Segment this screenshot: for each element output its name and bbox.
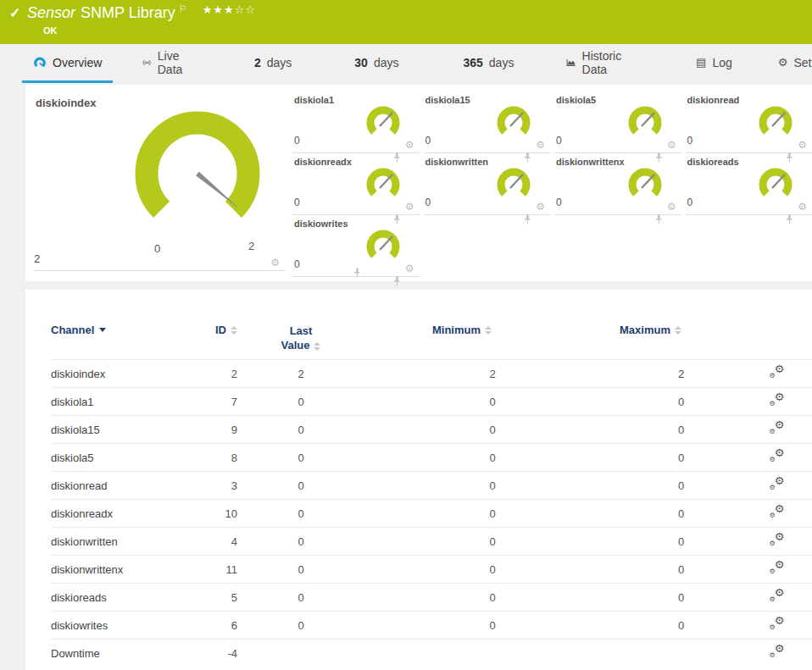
table-row-diskioindex[interactable]: diskioindex 2 2 2 2 ⚙⚙ bbox=[51, 359, 812, 387]
gauge-value: 0 bbox=[556, 197, 562, 208]
cell-actions: ⚙⚙ bbox=[742, 449, 812, 466]
pin-icon[interactable] bbox=[786, 214, 793, 224]
column-header-maximum[interactable]: Maximum bbox=[559, 324, 742, 336]
small-gauges-grid: diskiola1 0 ⚙ diskiola15 0 ⚙ diskiola5 0 bbox=[292, 91, 812, 277]
gauge-dial bbox=[753, 166, 798, 205]
gauge-tile-diskionreadx[interactable]: diskionreadx 0 ⚙ bbox=[292, 153, 420, 215]
channel-settings-icon[interactable]: ⚙⚙ bbox=[770, 421, 785, 435]
tab-30-days[interactable]: 30 days bbox=[343, 44, 409, 83]
table-row-diskiola1[interactable]: diskiola1 7 0 0 0 ⚙⚙ bbox=[51, 387, 812, 415]
gauge-tile-diskiola1[interactable]: diskiola1 0 ⚙ bbox=[292, 91, 420, 153]
cell-last-value: 0 bbox=[237, 535, 364, 548]
column-header-id[interactable]: ID bbox=[199, 324, 237, 336]
gear-icon[interactable]: ⚙ bbox=[667, 202, 676, 212]
gear-icon[interactable]: ⚙ bbox=[405, 202, 414, 212]
cell-maximum: 2 bbox=[559, 368, 742, 380]
tab-2-days[interactable]: 2 days bbox=[243, 44, 303, 83]
tab-365-days[interactable]: 365 days bbox=[452, 44, 525, 83]
column-header-channel[interactable]: Channel bbox=[51, 324, 199, 336]
tab-log[interactable]: ▤ Log bbox=[685, 44, 743, 83]
gauge-tile-diskioreads[interactable]: diskioreads 0 ⚙ bbox=[686, 153, 812, 215]
tab-label: Historic Data bbox=[582, 49, 627, 76]
cell-id: 3 bbox=[199, 479, 237, 492]
channel-table: Channel ID Last Value Minimum Maximum di… bbox=[25, 290, 812, 667]
gear-icon[interactable]: ⚙ bbox=[667, 140, 676, 150]
cell-minimum: 0 bbox=[364, 451, 559, 464]
gauge-tile-diskionread[interactable]: diskionread 0 ⚙ bbox=[686, 91, 812, 153]
gear-icon[interactable]: ⚙ bbox=[798, 140, 807, 150]
channel-settings-icon[interactable]: ⚙⚙ bbox=[770, 533, 785, 547]
priority-stars[interactable]: ★★★☆☆ bbox=[203, 3, 256, 16]
cell-last-value: 0 bbox=[237, 396, 364, 408]
gauge-value: 0 bbox=[556, 135, 562, 147]
gauge-title: diskionread bbox=[687, 95, 740, 105]
gauge-tile-diskiola5[interactable]: diskiola5 0 ⚙ bbox=[554, 91, 681, 153]
cell-minimum: 0 bbox=[364, 535, 559, 548]
gear-icon[interactable]: ⚙ bbox=[270, 257, 280, 268]
table-row-diskionwrittenx[interactable]: diskionwrittenx 11 0 0 0 ⚙⚙ bbox=[51, 555, 812, 583]
tab-overview[interactable]: Overview bbox=[22, 44, 113, 83]
gauge-tile-diskioindex[interactable]: diskioindex 0 2 2 ⚙ bbox=[34, 91, 285, 271]
tab-settings[interactable]: ⚙ Settings bbox=[767, 44, 812, 83]
channel-settings-icon[interactable]: ⚙⚙ bbox=[770, 645, 785, 659]
cell-maximum: 0 bbox=[559, 451, 742, 464]
gear-icon[interactable]: ⚙ bbox=[536, 202, 545, 212]
channel-settings-icon[interactable]: ⚙⚙ bbox=[770, 617, 785, 631]
gauge-min-label: 0 bbox=[154, 242, 160, 255]
gauge-tile-diskionwritten[interactable]: diskionwritten 0 ⚙ bbox=[424, 153, 551, 215]
tab-label: days bbox=[267, 56, 292, 69]
tab-historic-data[interactable]: Historic Data bbox=[555, 44, 637, 83]
table-row-diskiola5[interactable]: diskiola5 8 0 0 0 ⚙⚙ bbox=[51, 443, 812, 471]
gauge-value: 0 bbox=[687, 197, 693, 208]
gear-icon[interactable]: ⚙ bbox=[536, 140, 545, 150]
table-row-diskionreadx[interactable]: diskionreadx 10 0 0 0 ⚙⚙ bbox=[51, 499, 812, 527]
tab-live-data[interactable]: Live Data bbox=[131, 44, 199, 83]
channel-settings-icon[interactable]: ⚙⚙ bbox=[770, 561, 785, 575]
channel-settings-icon[interactable]: ⚙⚙ bbox=[770, 589, 785, 603]
sort-icon bbox=[231, 326, 237, 335]
gauge-title: diskionwritten bbox=[425, 157, 489, 167]
pin-icon[interactable] bbox=[393, 276, 401, 286]
gauge-tile-diskiowrites[interactable]: diskiowrites 0 ⚙ bbox=[292, 215, 420, 277]
flag-icon[interactable]: ⚐ bbox=[179, 3, 187, 14]
channel-settings-icon[interactable]: ⚙⚙ bbox=[770, 365, 785, 379]
pin-icon[interactable] bbox=[524, 214, 531, 224]
table-row-diskiowrites[interactable]: diskiowrites 6 0 0 0 ⚙⚙ bbox=[51, 611, 812, 639]
table-row-diskionread[interactable]: diskionread 3 0 0 0 ⚙⚙ bbox=[51, 471, 812, 499]
channel-settings-icon[interactable]: ⚙⚙ bbox=[770, 393, 785, 407]
area-chart-icon bbox=[566, 57, 576, 69]
title-prefix: Sensor bbox=[27, 4, 75, 21]
cell-maximum: 0 bbox=[559, 479, 742, 492]
column-header-last-value[interactable]: Last Value bbox=[237, 324, 364, 352]
channel-settings-icon[interactable]: ⚙⚙ bbox=[770, 505, 785, 519]
table-header-row: Channel ID Last Value Minimum Maximum bbox=[51, 324, 812, 359]
gauge-tile-diskiola15[interactable]: diskiola15 0 ⚙ bbox=[424, 91, 551, 153]
gauge-tile-diskionwrittenx[interactable]: diskionwrittenx 0 ⚙ bbox=[554, 153, 681, 215]
channel-settings-icon[interactable]: ⚙⚙ bbox=[770, 477, 785, 491]
cell-last-value: 0 bbox=[237, 591, 364, 604]
tab-number: 2 bbox=[254, 56, 261, 69]
channel-settings-icon[interactable]: ⚙⚙ bbox=[770, 449, 785, 463]
cell-channel: diskionwrittenx bbox=[51, 563, 199, 576]
table-row-Downtime[interactable]: Downtime -4 ⚙⚙ bbox=[51, 639, 812, 667]
gauge-tile-actions: ⚙ bbox=[798, 202, 807, 212]
gauge-tile-actions: ⚙ bbox=[536, 140, 545, 150]
pin-icon[interactable] bbox=[655, 214, 663, 224]
gear-icon[interactable]: ⚙ bbox=[798, 202, 807, 212]
cell-channel: diskiola5 bbox=[51, 451, 199, 464]
gauge-value: 0 bbox=[294, 258, 300, 270]
stars-filled[interactable]: ★★★ bbox=[203, 3, 235, 16]
table-row-diskiola15[interactable]: diskiola15 9 0 0 0 ⚙⚙ bbox=[51, 415, 812, 443]
stars-empty[interactable]: ☆☆ bbox=[235, 3, 256, 16]
gauge-title: diskiola1 bbox=[294, 95, 334, 105]
gauge-title: diskiowrites bbox=[294, 219, 348, 229]
column-header-minimum[interactable]: Minimum bbox=[364, 324, 559, 336]
cell-minimum: 0 bbox=[364, 424, 559, 436]
gear-icon[interactable]: ⚙ bbox=[405, 263, 414, 274]
gear-icon[interactable]: ⚙ bbox=[405, 140, 414, 150]
table-row-diskionwritten[interactable]: diskionwritten 4 0 0 0 ⚙⚙ bbox=[51, 527, 812, 555]
table-row-diskioreads[interactable]: diskioreads 5 0 0 0 ⚙⚙ bbox=[51, 583, 812, 611]
cell-last-value: 0 bbox=[237, 619, 364, 632]
gauge-tile-actions: ⚙ bbox=[405, 140, 414, 150]
cell-id: 11 bbox=[199, 563, 237, 576]
